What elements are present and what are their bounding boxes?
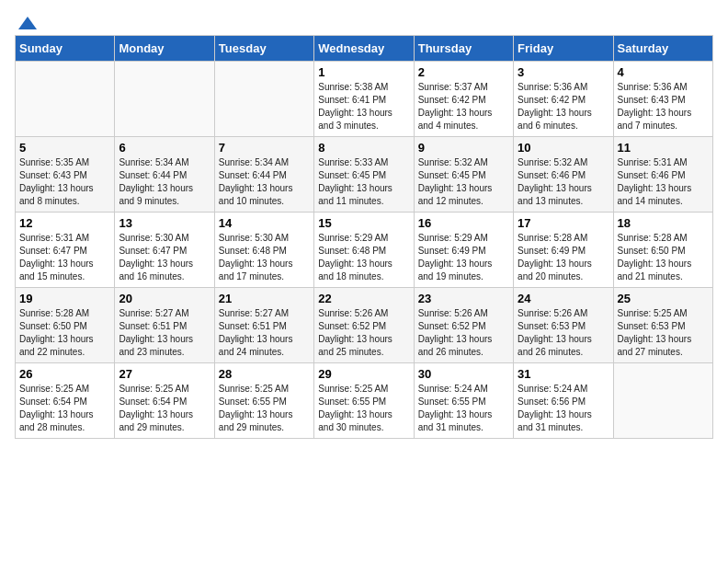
- day-number: 31: [518, 367, 609, 381]
- calendar-cell: 26Sunrise: 5:25 AM Sunset: 6:54 PM Dayli…: [16, 363, 115, 439]
- page-header: [15, 15, 713, 28]
- calendar-cell: 6Sunrise: 5:34 AM Sunset: 6:44 PM Daylig…: [115, 137, 214, 213]
- day-info: Sunrise: 5:28 AM Sunset: 6:50 PM Dayligh…: [19, 307, 110, 359]
- day-number: 27: [119, 367, 210, 381]
- calendar-cell: 28Sunrise: 5:25 AM Sunset: 6:55 PM Dayli…: [214, 363, 313, 439]
- calendar-cell: 3Sunrise: 5:36 AM Sunset: 6:42 PM Daylig…: [514, 62, 613, 137]
- day-number: 28: [219, 367, 310, 381]
- day-number: 2: [418, 65, 509, 79]
- day-info: Sunrise: 5:27 AM Sunset: 6:51 PM Dayligh…: [219, 307, 310, 359]
- calendar-cell: 30Sunrise: 5:24 AM Sunset: 6:55 PM Dayli…: [414, 363, 513, 439]
- day-number: 23: [418, 292, 509, 305]
- calendar-cell: 25Sunrise: 5:25 AM Sunset: 6:53 PM Dayli…: [613, 288, 712, 363]
- weekday-header-friday: Friday: [514, 36, 613, 62]
- day-number: 24: [518, 292, 609, 305]
- calendar-cell: 18Sunrise: 5:28 AM Sunset: 6:50 PM Dayli…: [613, 213, 712, 288]
- day-number: 4: [618, 65, 709, 79]
- day-info: Sunrise: 5:25 AM Sunset: 6:53 PM Dayligh…: [618, 307, 709, 359]
- day-number: 16: [418, 216, 509, 230]
- day-info: Sunrise: 5:36 AM Sunset: 6:43 PM Dayligh…: [618, 81, 709, 132]
- day-number: 17: [518, 216, 609, 230]
- day-number: 20: [119, 292, 210, 305]
- calendar-cell: 11Sunrise: 5:31 AM Sunset: 6:46 PM Dayli…: [613, 137, 712, 213]
- day-info: Sunrise: 5:26 AM Sunset: 6:52 PM Dayligh…: [318, 307, 409, 359]
- calendar-cell: [16, 62, 115, 137]
- calendar-cell: 7Sunrise: 5:34 AM Sunset: 6:44 PM Daylig…: [214, 137, 313, 213]
- day-info: Sunrise: 5:27 AM Sunset: 6:51 PM Dayligh…: [119, 307, 210, 359]
- calendar-cell: 1Sunrise: 5:38 AM Sunset: 6:41 PM Daylig…: [314, 62, 414, 137]
- day-info: Sunrise: 5:25 AM Sunset: 6:55 PM Dayligh…: [219, 383, 310, 434]
- day-info: Sunrise: 5:30 AM Sunset: 6:47 PM Dayligh…: [119, 232, 210, 283]
- day-number: 21: [219, 292, 310, 305]
- calendar-cell: 10Sunrise: 5:32 AM Sunset: 6:46 PM Dayli…: [514, 137, 613, 213]
- calendar-cell: 13Sunrise: 5:30 AM Sunset: 6:47 PM Dayli…: [115, 213, 214, 288]
- day-info: Sunrise: 5:24 AM Sunset: 6:55 PM Dayligh…: [418, 383, 509, 434]
- weekday-header-tuesday: Tuesday: [214, 36, 313, 62]
- day-number: 13: [119, 216, 210, 230]
- day-info: Sunrise: 5:36 AM Sunset: 6:42 PM Dayligh…: [518, 81, 609, 132]
- day-info: Sunrise: 5:32 AM Sunset: 6:45 PM Dayligh…: [418, 156, 509, 208]
- calendar-cell: 12Sunrise: 5:31 AM Sunset: 6:47 PM Dayli…: [16, 213, 115, 288]
- day-number: 26: [19, 367, 110, 381]
- day-number: 29: [318, 367, 409, 381]
- calendar-cell: 17Sunrise: 5:28 AM Sunset: 6:49 PM Dayli…: [514, 213, 613, 288]
- weekday-header-sunday: Sunday: [16, 36, 115, 62]
- day-number: 10: [518, 141, 609, 155]
- calendar-table: SundayMondayTuesdayWednesdayThursdayFrid…: [15, 35, 713, 439]
- calendar-cell: 8Sunrise: 5:33 AM Sunset: 6:45 PM Daylig…: [314, 137, 414, 213]
- calendar-cell: 15Sunrise: 5:29 AM Sunset: 6:48 PM Dayli…: [314, 213, 414, 288]
- day-info: Sunrise: 5:25 AM Sunset: 6:54 PM Dayligh…: [19, 383, 110, 434]
- day-info: Sunrise: 5:34 AM Sunset: 6:44 PM Dayligh…: [219, 156, 310, 208]
- day-number: 30: [418, 367, 509, 381]
- calendar-cell: [214, 62, 313, 137]
- day-number: 12: [19, 216, 110, 230]
- day-info: Sunrise: 5:32 AM Sunset: 6:46 PM Dayligh…: [518, 156, 609, 208]
- calendar-cell: [115, 62, 214, 137]
- calendar-cell: 9Sunrise: 5:32 AM Sunset: 6:45 PM Daylig…: [414, 137, 513, 213]
- calendar-cell: 20Sunrise: 5:27 AM Sunset: 6:51 PM Dayli…: [115, 288, 214, 363]
- day-info: Sunrise: 5:33 AM Sunset: 6:45 PM Dayligh…: [318, 156, 409, 208]
- day-info: Sunrise: 5:28 AM Sunset: 6:50 PM Dayligh…: [618, 232, 709, 283]
- day-info: Sunrise: 5:38 AM Sunset: 6:41 PM Dayligh…: [318, 81, 409, 132]
- day-info: Sunrise: 5:29 AM Sunset: 6:49 PM Dayligh…: [418, 232, 509, 283]
- day-number: 15: [318, 216, 409, 230]
- day-info: Sunrise: 5:25 AM Sunset: 6:55 PM Dayligh…: [318, 383, 409, 434]
- calendar-cell: 16Sunrise: 5:29 AM Sunset: 6:49 PM Dayli…: [414, 213, 513, 288]
- day-number: 8: [318, 141, 409, 155]
- calendar-cell: [613, 363, 712, 439]
- calendar-cell: 31Sunrise: 5:24 AM Sunset: 6:56 PM Dayli…: [514, 363, 613, 439]
- calendar-cell: 19Sunrise: 5:28 AM Sunset: 6:50 PM Dayli…: [16, 288, 115, 363]
- calendar-cell: 2Sunrise: 5:37 AM Sunset: 6:42 PM Daylig…: [414, 62, 513, 137]
- day-info: Sunrise: 5:28 AM Sunset: 6:49 PM Dayligh…: [518, 232, 609, 283]
- svg-marker-0: [18, 17, 37, 29]
- calendar-cell: 5Sunrise: 5:35 AM Sunset: 6:43 PM Daylig…: [16, 137, 115, 213]
- weekday-header-thursday: Thursday: [414, 36, 513, 62]
- day-info: Sunrise: 5:29 AM Sunset: 6:48 PM Dayligh…: [318, 232, 409, 283]
- weekday-header-monday: Monday: [115, 36, 214, 62]
- calendar-cell: 24Sunrise: 5:26 AM Sunset: 6:53 PM Dayli…: [514, 288, 613, 363]
- day-number: 7: [219, 141, 310, 155]
- day-info: Sunrise: 5:31 AM Sunset: 6:46 PM Dayligh…: [618, 156, 709, 208]
- calendar-cell: 29Sunrise: 5:25 AM Sunset: 6:55 PM Dayli…: [314, 363, 414, 439]
- day-info: Sunrise: 5:31 AM Sunset: 6:47 PM Dayligh…: [19, 232, 110, 283]
- day-number: 11: [618, 141, 709, 155]
- day-number: 14: [219, 216, 310, 230]
- day-info: Sunrise: 5:34 AM Sunset: 6:44 PM Dayligh…: [119, 156, 210, 208]
- day-number: 22: [318, 292, 409, 305]
- day-number: 19: [19, 292, 110, 305]
- weekday-header-saturday: Saturday: [613, 36, 712, 62]
- calendar-cell: 14Sunrise: 5:30 AM Sunset: 6:48 PM Dayli…: [214, 213, 313, 288]
- day-number: 5: [19, 141, 110, 155]
- calendar-cell: 23Sunrise: 5:26 AM Sunset: 6:52 PM Dayli…: [414, 288, 513, 363]
- day-info: Sunrise: 5:24 AM Sunset: 6:56 PM Dayligh…: [518, 383, 609, 434]
- day-number: 18: [618, 216, 709, 230]
- day-number: 25: [618, 292, 709, 305]
- day-number: 1: [318, 65, 409, 79]
- day-info: Sunrise: 5:26 AM Sunset: 6:52 PM Dayligh…: [418, 307, 509, 359]
- calendar-cell: 21Sunrise: 5:27 AM Sunset: 6:51 PM Dayli…: [214, 288, 313, 363]
- day-info: Sunrise: 5:25 AM Sunset: 6:54 PM Dayligh…: [119, 383, 210, 434]
- day-info: Sunrise: 5:26 AM Sunset: 6:53 PM Dayligh…: [518, 307, 609, 359]
- calendar-cell: 4Sunrise: 5:36 AM Sunset: 6:43 PM Daylig…: [613, 62, 712, 137]
- day-number: 6: [119, 141, 210, 155]
- day-number: 3: [518, 65, 609, 79]
